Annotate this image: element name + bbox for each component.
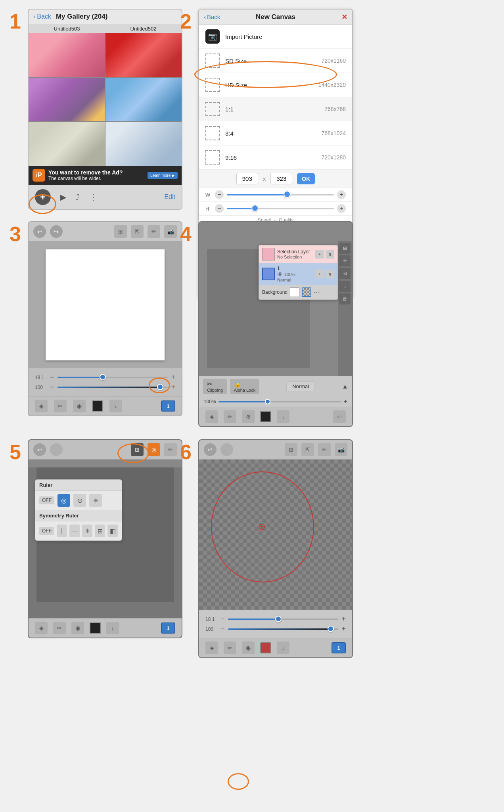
w-track[interactable] bbox=[227, 194, 334, 195]
color-swatch-6[interactable] bbox=[260, 642, 271, 653]
layer-1-eye[interactable]: 👁 bbox=[277, 271, 283, 278]
h-thumb[interactable] bbox=[251, 205, 259, 212]
settings-btn[interactable]: ⚙ bbox=[242, 410, 255, 423]
edit-button[interactable]: Edit bbox=[164, 193, 175, 201]
bg-white-option[interactable] bbox=[290, 287, 299, 297]
layer-1-add[interactable]: + bbox=[315, 270, 324, 278]
undo-btn-6[interactable]: ↩ bbox=[204, 443, 217, 456]
transform-btn-6[interactable]: ⇱ bbox=[301, 443, 314, 456]
pen-btn-5[interactable]: ✏ bbox=[164, 443, 177, 456]
trash-icon[interactable]: 🗑 bbox=[339, 293, 351, 304]
bg-more-btn[interactable]: ⋯ bbox=[314, 289, 320, 296]
3-4-size-item[interactable]: 3:4 768x1024 bbox=[199, 121, 352, 146]
ruler-btn-5[interactable]: ◎ bbox=[148, 443, 160, 456]
new-canvas-button[interactable]: + bbox=[35, 189, 51, 205]
size-minus-6[interactable]: − bbox=[220, 615, 225, 623]
canvas-area-3[interactable] bbox=[29, 241, 182, 368]
pen-btn-6[interactable]: ✏ bbox=[318, 443, 331, 456]
size-plus-6[interactable]: + bbox=[341, 615, 346, 623]
down-btn[interactable]: ↓ bbox=[277, 410, 289, 423]
sd-size-item[interactable]: SD Size 720x1160 bbox=[199, 49, 352, 73]
pencil-icon[interactable]: ✏ bbox=[54, 400, 67, 412]
sym-vertical-icon[interactable]: | bbox=[57, 525, 67, 537]
camera-icon[interactable]: 📷 bbox=[164, 225, 177, 238]
layers-button[interactable]: 1 bbox=[161, 400, 175, 412]
gallery-thumb-6[interactable] bbox=[105, 122, 182, 166]
fill-tool-btn[interactable]: ◉ bbox=[242, 642, 255, 654]
alpha-lock-btn[interactable]: 🔒 Alpha Lock bbox=[230, 379, 259, 394]
new-canvas-back[interactable]: ‹ Back bbox=[204, 13, 220, 20]
brush-opacity-plus[interactable]: + bbox=[171, 383, 175, 391]
color-swatch-4[interactable] bbox=[260, 411, 271, 422]
sym-grid-icon[interactable]: ⊞ bbox=[95, 525, 105, 537]
circle-ruler-icon[interactable]: ◎ bbox=[57, 494, 70, 507]
opacity-minus-6[interactable]: − bbox=[220, 625, 225, 633]
h-track[interactable] bbox=[227, 208, 334, 209]
camera-btn-6[interactable]: 📷 bbox=[335, 443, 347, 456]
bg-checker-option[interactable] bbox=[302, 287, 311, 297]
redo-btn-5[interactable] bbox=[50, 443, 63, 456]
sym-horizontal-icon[interactable]: — bbox=[69, 525, 80, 537]
size-thumb-6[interactable] bbox=[275, 616, 282, 622]
back-btn[interactable]: ↩ bbox=[333, 410, 346, 423]
redo-btn-6[interactable] bbox=[220, 443, 233, 456]
h-plus[interactable]: + bbox=[337, 204, 346, 213]
select-tool-btn[interactable]: ◈ bbox=[205, 642, 218, 654]
eraser-icon[interactable]: ◈ bbox=[35, 400, 48, 412]
clipping-btn[interactable]: ✂ Clipping bbox=[203, 379, 227, 394]
h-minus[interactable]: − bbox=[215, 204, 224, 213]
nav-icon[interactable]: ⊲ bbox=[339, 268, 351, 279]
down-tool-btn[interactable]: ↓ bbox=[277, 642, 289, 654]
layers-btn-5[interactable]: 1 bbox=[161, 622, 175, 634]
w-minus[interactable]: − bbox=[215, 190, 224, 199]
size-track-6[interactable] bbox=[228, 619, 339, 620]
more-icon[interactable]: ⋮ bbox=[89, 192, 97, 202]
width-input[interactable]: 903 bbox=[236, 173, 258, 184]
zoom-plus-icon[interactable]: + bbox=[344, 398, 347, 405]
eraser-btn-5[interactable]: ◈ bbox=[35, 622, 48, 634]
brush-btn[interactable]: ✏ bbox=[224, 410, 236, 423]
import-picture-item[interactable]: 📷 Import Picture bbox=[199, 25, 352, 49]
gallery-thumb-3[interactable] bbox=[29, 78, 105, 121]
brush-size-track[interactable] bbox=[57, 377, 168, 378]
down-arrow-icon[interactable]: ↓ bbox=[109, 400, 122, 412]
color-swatch-5[interactable] bbox=[90, 622, 101, 634]
brush-size-minus[interactable]: − bbox=[50, 373, 54, 381]
selection-layer-row[interactable]: Selection Layer No Selection + ⇅ bbox=[259, 245, 337, 263]
drawing-canvas-3[interactable] bbox=[46, 249, 165, 360]
ok-button[interactable]: OK bbox=[297, 173, 315, 184]
brush2-btn-5[interactable]: ◉ bbox=[71, 622, 84, 634]
down-icon[interactable]: ↓ bbox=[339, 281, 351, 292]
color-swatch[interactable] bbox=[92, 400, 103, 412]
w-thumb[interactable] bbox=[284, 191, 291, 198]
9-16-size-item[interactable]: 9:16 720x1280 bbox=[199, 146, 352, 170]
pen-icon[interactable]: ✏ bbox=[148, 225, 160, 238]
move-icon[interactable]: ✛ bbox=[339, 255, 351, 266]
brush-icon[interactable]: ◉ bbox=[73, 400, 86, 412]
canvas-area-6[interactable]: ⊕ bbox=[199, 460, 352, 610]
ad-learn-more[interactable]: Learn more ▶ bbox=[148, 172, 178, 179]
ellipse-ruler-icon[interactable]: ⊙ bbox=[73, 494, 86, 507]
opacity-plus-6[interactable]: + bbox=[341, 625, 346, 633]
hd-size-item[interactable]: HD Size 1440x2320 bbox=[199, 73, 352, 97]
back-label[interactable]: Back bbox=[207, 13, 220, 20]
grid-icon[interactable]: ⊞ bbox=[114, 225, 127, 238]
background-row[interactable]: Background ⋯ bbox=[259, 285, 337, 299]
layer-1-move[interactable]: ⇅ bbox=[326, 270, 334, 278]
brush-size-plus[interactable]: + bbox=[171, 373, 175, 381]
normal-blend-label[interactable]: Normal bbox=[286, 381, 315, 391]
gallery-thumb-4[interactable] bbox=[105, 78, 182, 121]
brush-btn-5[interactable]: ✏ bbox=[53, 622, 66, 634]
gallery-thumb-2[interactable] bbox=[105, 33, 182, 77]
height-input[interactable]: 323 bbox=[270, 173, 292, 184]
opacity-thumb-6[interactable] bbox=[328, 626, 334, 632]
star-ruler-icon[interactable]: ✳ bbox=[89, 494, 102, 507]
undo-btn-5[interactable]: ↩ bbox=[33, 443, 46, 456]
undo-button[interactable]: ↩ bbox=[33, 225, 46, 238]
layer-1-row[interactable]: 1 👁 100% Normal + ⇅ bbox=[259, 263, 337, 285]
zoom-thumb[interactable] bbox=[265, 399, 270, 404]
brush-tool-btn[interactable]: ✏ bbox=[224, 642, 236, 654]
1-1-size-item[interactable]: 1:1 768x768 bbox=[199, 97, 352, 121]
close-button[interactable]: ✕ bbox=[341, 13, 347, 21]
grid-btn-5[interactable]: ⊞ bbox=[131, 443, 144, 456]
